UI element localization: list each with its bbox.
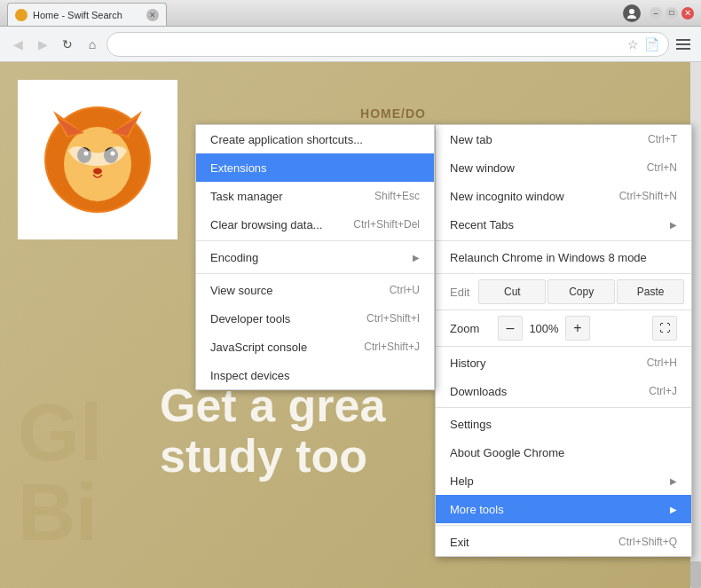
fullscreen-button[interactable]: ⛶ — [652, 316, 677, 341]
zoom-row: Zoom – 100% + ⛶ — [436, 312, 691, 344]
menu-item-history[interactable]: History Ctrl+H — [436, 349, 691, 377]
zoom-plus-button[interactable]: + — [565, 316, 590, 341]
scrollbar-thumb[interactable] — [690, 561, 701, 588]
menu-line-1 — [676, 39, 690, 41]
big-text: Get a grea study too — [160, 380, 385, 482]
watermark-line2: Bi — [18, 473, 102, 553]
svg-point-12 — [93, 169, 102, 175]
menu-item-downloads[interactable]: Downloads Ctrl+J — [436, 377, 691, 405]
menu-sep-6 — [436, 525, 691, 526]
svg-point-0 — [629, 9, 634, 14]
title-bar: Home - Swift Search ✕ – □ ✕ — [0, 0, 701, 27]
reload-button[interactable]: ↻ — [57, 34, 78, 55]
active-tab[interactable]: Home - Swift Search ✕ — [7, 3, 167, 26]
menu-item-settings[interactable]: Settings — [436, 410, 691, 438]
page-icon[interactable]: 📄 — [644, 37, 659, 51]
menu-sep-4 — [436, 346, 691, 347]
zoom-value: 100% — [526, 322, 562, 335]
menu-item-help[interactable]: Help ▶ — [436, 466, 691, 495]
menu-item-new-incognito[interactable]: New incognito window Ctrl+Shift+N — [436, 182, 691, 210]
user-icon[interactable] — [623, 4, 641, 22]
more-tools-submenu: Create application shortcuts... Extensio… — [195, 124, 435, 390]
menu-item-task-manager[interactable]: Task manager Shift+Esc — [196, 182, 434, 210]
menu-edit-row: Edit Cut Copy Paste — [436, 276, 691, 308]
back-button[interactable]: ◀ — [7, 34, 28, 55]
fox-logo — [40, 102, 155, 217]
tab-title: Home - Swift Search — [33, 10, 141, 20]
page-content: HOME/DO Get a grea study too Gl Bi Creat… — [0, 62, 701, 588]
menu-item-js-console[interactable]: JavaScript console Ctrl+Shift+J — [196, 333, 434, 361]
tab-bar: Home - Swift Search ✕ — [7, 0, 623, 26]
copy-button[interactable]: Copy — [547, 279, 615, 304]
restore-button[interactable]: □ — [666, 7, 678, 20]
menu-sep-5 — [436, 407, 691, 408]
paste-button[interactable]: Paste — [617, 279, 684, 304]
zoom-minus-button[interactable]: – — [498, 316, 523, 341]
menu-item-new-tab[interactable]: New tab Ctrl+T — [436, 125, 691, 153]
menu-item-clear-browsing[interactable]: Clear browsing data... Ctrl+Shift+Del — [196, 210, 434, 239]
home-do-text: HOME/DO — [360, 106, 426, 121]
menu-item-developer-tools[interactable]: Developer tools Ctrl+Shift+I — [196, 304, 434, 333]
menu-sep-1 — [436, 240, 691, 241]
address-bar[interactable]: ☆ 📄 — [106, 32, 669, 57]
chrome-dropdown-menu: New tab Ctrl+T New window Ctrl+N New inc… — [435, 124, 692, 557]
tab-favicon — [15, 9, 28, 21]
menu-line-3 — [676, 48, 690, 50]
watermark: Gl Bi — [18, 393, 102, 553]
chrome-menu-button[interactable] — [673, 34, 694, 55]
submenu-separator-2 — [196, 273, 434, 274]
forward-button[interactable]: ▶ — [32, 34, 53, 55]
menu-item-create-shortcuts[interactable]: Create application shortcuts... — [196, 125, 434, 153]
nav-bar: ◀ ▶ ↻ ⌂ ☆ 📄 — [0, 27, 701, 62]
menu-item-view-source[interactable]: View source Ctrl+U — [196, 276, 434, 304]
home-button[interactable]: ⌂ — [82, 34, 103, 55]
window-controls: – □ ✕ — [623, 4, 694, 22]
cut-button[interactable]: Cut — [478, 279, 546, 304]
menu-item-inspect-devices[interactable]: Inspect devices — [196, 361, 434, 389]
menu-item-recent-tabs[interactable]: Recent Tabs ▶ — [436, 210, 691, 239]
minimize-button[interactable]: – — [650, 7, 662, 20]
bookmark-icon[interactable]: ☆ — [627, 37, 639, 51]
close-button[interactable]: ✕ — [681, 7, 694, 20]
menu-item-relaunch[interactable]: Relaunch Chrome in Windows 8 mode — [436, 243, 691, 271]
menu-item-exit[interactable]: Exit Ctrl+Shift+Q — [436, 528, 691, 556]
menu-item-about[interactable]: About Google Chrome — [436, 438, 691, 466]
menu-item-more-tools[interactable]: More tools ▶ — [436, 495, 691, 523]
menu-sep-2 — [436, 273, 691, 274]
big-text-line2: study too — [160, 431, 385, 482]
menu-item-extensions[interactable]: Extensions — [196, 153, 434, 182]
logo-area — [18, 80, 177, 239]
edit-label: Edit — [443, 286, 477, 299]
menu-sep-3 — [436, 310, 691, 310]
menu-item-new-window[interactable]: New window Ctrl+N — [436, 153, 691, 182]
menu-line-2 — [676, 43, 690, 45]
zoom-label: Zoom — [450, 322, 494, 335]
menu-item-encoding[interactable]: Encoding ▶ — [196, 243, 434, 271]
submenu-separator-1 — [196, 240, 434, 241]
watermark-line1: Gl — [18, 393, 102, 473]
tab-close-button[interactable]: ✕ — [146, 9, 159, 21]
